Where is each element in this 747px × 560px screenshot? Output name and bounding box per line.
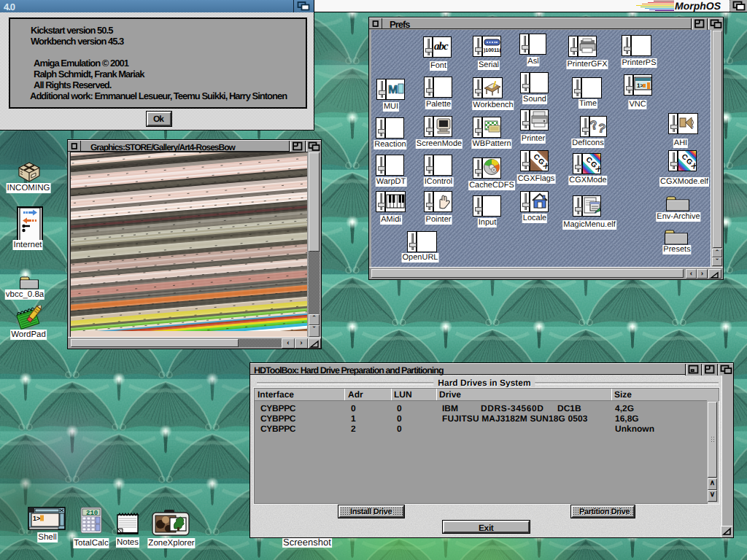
svg-text:1>: 1>: [33, 515, 40, 522]
svg-text:?: ?: [597, 121, 607, 136]
svg-text:♪: ♪: [691, 123, 694, 131]
svg-text:)10011(: )10011(: [484, 47, 501, 53]
svg-text:210: 210: [86, 510, 98, 517]
svg-text:M: M: [388, 84, 398, 96]
svg-text:MorphOS: MorphOS: [675, 0, 721, 12]
